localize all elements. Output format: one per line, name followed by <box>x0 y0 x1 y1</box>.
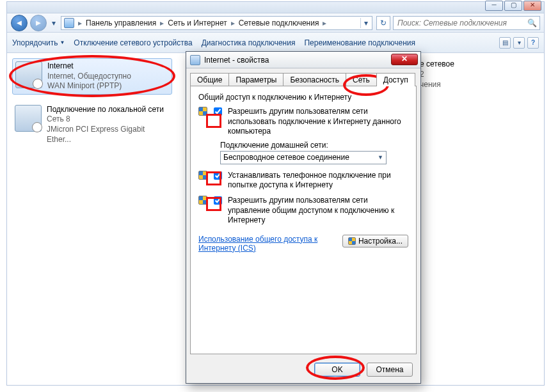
connection-status: Internet, Общедоступно <box>47 72 131 82</box>
tab-strip: Общие Параметры Безопасность Сеть Доступ <box>186 68 420 86</box>
tab-network[interactable]: Сеть <box>346 73 377 86</box>
dialog-close-button[interactable]: ✕ <box>391 54 418 65</box>
option-label: Устанавливать телефонное подключение при… <box>228 171 408 191</box>
connection-device: JMicron PCI Express Gigabit Ether... <box>47 125 170 145</box>
cancel-button[interactable]: Отмена <box>367 363 413 377</box>
address-bar-row: ◄ ► ▾ ▸ Панель управления ▸ Сеть и Интер… <box>7 13 544 33</box>
connection-title: Подключение по локальной сети <box>47 105 170 115</box>
refresh-button[interactable]: ↻ <box>376 16 390 30</box>
toolbar-diagnose[interactable]: Диагностика подключения <box>202 38 296 47</box>
connection-icon <box>15 105 42 132</box>
chevron-right-icon: ▸ <box>77 19 83 27</box>
shield-icon <box>198 196 207 205</box>
home-connection-dropdown[interactable]: Беспроводное сетевое соединение ▼ <box>220 151 387 164</box>
toolbar-disable[interactable]: Отключение сетевого устройства <box>74 38 192 47</box>
tab-general[interactable]: Общие <box>190 73 229 86</box>
toolbar-rename[interactable]: Переименование подключения <box>304 38 415 47</box>
shield-icon <box>198 171 207 180</box>
nav-history-dropdown[interactable]: ▾ <box>49 17 58 29</box>
dropdown-value: Беспроводное сетевое соединение <box>223 153 349 162</box>
tab-security[interactable]: Безопасность <box>283 73 346 86</box>
button-label: Настройка... <box>358 237 403 246</box>
checkbox-dial-on-demand[interactable] <box>214 171 222 180</box>
chevron-right-icon: ▸ <box>230 19 236 27</box>
dialog-title: Internet - свойства <box>204 56 269 65</box>
breadcrumb[interactable]: ▸ Панель управления ▸ Сеть и Интернет ▸ … <box>61 16 372 30</box>
connection-item-lan[interactable]: Подключение по локальной сети Сеть 8 JMi… <box>12 102 172 147</box>
shield-icon <box>348 237 356 245</box>
breadcrumb-item[interactable]: Панель управления <box>86 19 156 27</box>
connection-title: Internet <box>47 61 131 72</box>
connection-title-partial: е сетевое <box>420 59 454 69</box>
view-dropdown-icon[interactable]: ▾ <box>513 37 525 49</box>
toolbar-organize[interactable]: Упорядочить ▼ <box>12 38 65 47</box>
connection-status: Сеть 8 <box>47 114 170 125</box>
tab-options[interactable]: Параметры <box>228 73 283 86</box>
home-connection-label: Подключение домашней сети: <box>220 141 408 150</box>
option-dial-on-demand: Устанавливать телефонное подключение при… <box>198 171 408 191</box>
view-icon[interactable]: ▤ <box>499 37 511 49</box>
chevron-right-icon: ▸ <box>321 19 328 27</box>
tab-sharing[interactable]: Доступ <box>376 73 415 86</box>
chevron-right-icon: ▸ <box>159 19 165 27</box>
option-label: Разрешить другим пользователям сети упра… <box>228 196 408 226</box>
home-connection-field: Подключение домашней сети: Беспроводное … <box>220 141 408 164</box>
connection-device: WAN Miniport (PPTP) <box>47 81 131 91</box>
breadcrumb-dropdown[interactable]: ▾ <box>360 18 371 28</box>
connection-item-wifi-partial: е сетевое 2 чения <box>420 59 454 90</box>
ics-help-link[interactable]: Использование общего доступа к Интернету… <box>198 235 336 253</box>
group-title: Общий доступ к подключению к Интернету <box>198 93 408 102</box>
option-allow-control: Разрешить другим пользователям сети упра… <box>198 196 408 226</box>
checkbox-allow-control[interactable] <box>214 196 222 205</box>
search-box[interactable]: 🔍 <box>393 16 540 30</box>
shield-icon <box>198 107 207 116</box>
dialog-titlebar[interactable]: Internet - свойства ✕ <box>186 52 420 68</box>
option-label: Разрешить другим пользователям сети испо… <box>228 107 408 137</box>
chevron-down-icon: ▼ <box>378 154 383 161</box>
nav-forward-button[interactable]: ► <box>30 15 47 31</box>
minimize-button[interactable]: ─ <box>485 1 503 11</box>
breadcrumb-item[interactable]: Сетевые подключения <box>239 19 319 27</box>
toolbar: Упорядочить ▼ Отключение сетевого устрой… <box>7 33 544 53</box>
connection-device-partial: чения <box>420 79 454 90</box>
location-icon <box>64 18 74 28</box>
settings-button[interactable]: Настройка... <box>342 235 408 247</box>
properties-dialog: Internet - свойства ✕ Общие Параметры Бе… <box>186 51 421 384</box>
connection-item-internet[interactable]: Internet Internet, Общедоступно WAN Mini… <box>12 58 172 95</box>
connection-status-partial: 2 <box>420 69 454 79</box>
nav-back-button[interactable]: ◄ <box>11 15 28 31</box>
ok-button[interactable]: OK <box>314 363 360 377</box>
close-button[interactable]: ✕ <box>523 1 541 11</box>
search-input[interactable] <box>396 18 525 28</box>
chevron-down-icon: ▼ <box>60 40 65 45</box>
dialog-icon <box>190 55 200 65</box>
help-icon[interactable]: ? <box>527 37 539 49</box>
connection-icon <box>15 61 42 88</box>
maximize-button[interactable]: ▢ <box>504 1 522 11</box>
search-icon: 🔍 <box>527 19 537 27</box>
option-allow-sharing: Разрешить другим пользователям сети испо… <box>198 107 408 137</box>
toolbar-label: Упорядочить <box>12 38 58 47</box>
window-titlebar: ─ ▢ ✕ <box>7 2 544 13</box>
breadcrumb-item[interactable]: Сеть и Интернет <box>168 19 227 27</box>
tab-panel: Общий доступ к подключению к Интернету Р… <box>190 86 417 354</box>
checkbox-allow-sharing[interactable] <box>214 107 222 116</box>
